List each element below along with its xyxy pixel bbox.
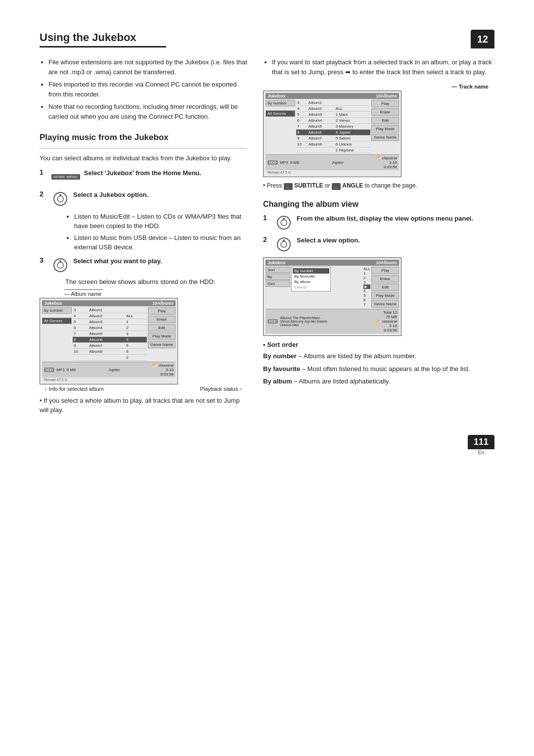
step3-note: • If you select a whole album to play, a… — [40, 396, 247, 415]
svg-point-2 — [59, 194, 61, 196]
screen1-footer-status: 📂 classical 3-10 0:03:58 — [153, 363, 174, 377]
screen1-all-genres[interactable]: All Genres — [42, 318, 72, 324]
changing-step-2-icon — [275, 236, 293, 253]
table-row: 5Album31 — [73, 319, 147, 325]
screen1-genrename-btn[interactable]: Genre Name — [148, 341, 176, 348]
screen2-edit-btn[interactable]: Edit — [371, 117, 399, 124]
screen3-total: Total 12 — [376, 310, 397, 315]
album-name-annotation: — Album name — [40, 289, 247, 297]
screen3-playmode-btn[interactable]: Play Mode — [371, 292, 399, 299]
table-row-selected[interactable]: 8Album64 Jupiter — [296, 130, 370, 136]
screen3-hdd-icon: HDD — [267, 319, 278, 324]
page-number: 111 — [468, 435, 494, 449]
knob-icon — [51, 190, 69, 208]
screen2-playmode-btn[interactable]: Play Mode — [371, 125, 399, 133]
screen3-footer-info: Album1 The Planets/Mars-Venus-Mercury-Ju… — [280, 316, 329, 327]
step2-bullet-1: Listen to Music/Edit – Listen to CDs or … — [74, 212, 247, 231]
sort-by-number: By number – Albums are listed by the alb… — [263, 351, 494, 361]
table-row: 4Album2ALL — [296, 106, 370, 112]
page-lang: En — [478, 449, 484, 455]
table-row: 2 — [73, 354, 147, 360]
screen3-footer-status: Total 12 75 MB 📂 classical 3-10 0:03:58 — [376, 310, 397, 332]
sort-option-cancel[interactable]: Cancel — [293, 284, 329, 290]
screen1-left: By number All Genres — [42, 307, 72, 361]
screen3-edit-btn[interactable]: Edit — [371, 284, 399, 291]
changing-step-1: 1 From the album list, display the view … — [263, 214, 494, 232]
screen2-genre: 📂 classical — [376, 156, 397, 160]
changing-step-1-icon — [275, 214, 293, 232]
right-column: If you want to start playback from a sel… — [263, 57, 494, 420]
table-row: 9Album75 — [73, 342, 147, 348]
two-column-layout: File whose extensions are not supported … — [40, 57, 494, 420]
screen1-remain: Remain 47.5 G — [42, 378, 176, 382]
screen3-erase-btn[interactable]: Erase — [371, 275, 399, 283]
screen2-genrename-btn[interactable]: Genre Name — [371, 134, 399, 141]
screen1-play-btn[interactable]: Play — [148, 307, 176, 315]
step-3-text: Select what you want to play. — [73, 256, 162, 266]
step-2: 2 Select a Jukebox option. — [40, 190, 247, 208]
step-3-knob-icon — [51, 256, 69, 274]
screen1-by-number[interactable]: By number — [42, 307, 72, 314]
screen2-erase-btn[interactable]: Erase — [371, 108, 399, 116]
angle-btn-icon: 📺 — [332, 183, 341, 190]
screen3-track: 3-10 — [376, 324, 397, 328]
page-header: Using the Jukebox 12 — [40, 30, 494, 48]
screen1-time: 0:03:58 — [153, 372, 174, 377]
svg-point-8 — [283, 218, 285, 220]
screen2-footer-mp3: MP3 — [280, 160, 288, 165]
screen3-header: Jukebox 10Albums — [266, 260, 399, 266]
screen2-left: By number All Genres — [266, 100, 295, 153]
right-bullets: If you want to start playback from a sel… — [263, 57, 494, 77]
sort-options-panel: By number By favourite By album Cancel — [291, 267, 331, 291]
screen1-footer: HDD MP3 8 MB Jupiter 📂 classical 3-10 0:… — [42, 362, 176, 378]
screen2-play-btn[interactable]: Play — [371, 100, 399, 107]
screen2-footer-left: HDD MP3 8 MB — [267, 160, 299, 165]
bullet-3: Note that no recording functions, includ… — [48, 102, 247, 121]
screen1-track-info: 3-10 — [153, 368, 174, 372]
screen3-wrapper: Jukebox 10Albums Sort By Gen By number — [263, 257, 494, 336]
album-annotation-label: — Album name — [64, 289, 103, 297]
screen3-play-btn[interactable]: Play — [371, 267, 399, 274]
changing-step-1-text: From the album list, display the view op… — [297, 214, 473, 224]
table-row: 10Album86 Uranus — [296, 142, 370, 147]
svg-point-7 — [281, 220, 287, 226]
screen3-right-buttons: Play Erase Edit Play Mode Genre Name — [371, 267, 399, 308]
screen3-nums: ALL 1 2 3 ■ 4 5 6 7 — [363, 267, 370, 307]
step-2-bullets-container: Listen to Music/Edit – Listen to CDs or … — [65, 212, 247, 252]
playback-status-annotation: Playback status ↑ — [200, 386, 242, 392]
screen3-genrename-btn[interactable]: Genre Name — [371, 300, 399, 308]
table-row-selected[interactable]: 8Album64 — [73, 336, 147, 342]
screen1-hdd-icon: HDD — [44, 368, 54, 372]
sort-option-by-favourite[interactable]: By favourite — [293, 274, 329, 279]
table-row: 9Album75 Saturn — [296, 136, 370, 142]
screen1-header-right: 10Albums — [152, 301, 174, 306]
sort-option-by-number[interactable]: By number — [293, 268, 329, 274]
playback-arrow-icon: ↑ — [240, 386, 243, 392]
track-name-annotation: — Track name — [263, 84, 494, 90]
screen2-header-left: Jukebox — [267, 94, 286, 98]
info-arrow-icon: ↑ — [44, 386, 47, 392]
page-footer: 111 En — [40, 435, 494, 455]
screen1-wrapper: — Album name Jukebox 10Albums By number … — [40, 289, 247, 392]
screen1-header: Jukebox 10Albums — [42, 300, 176, 306]
screen2-all-genres[interactable]: All Genres — [266, 110, 295, 117]
sort-by-album: By album – Albums are listed alphabetica… — [263, 377, 494, 386]
screen3-left: Sort By Gen — [266, 267, 290, 308]
screen1-playmode-btn[interactable]: Play Mode — [148, 332, 176, 340]
changing-step-2-text: Select a view option. — [297, 236, 360, 245]
screen2-footer-middle: Jupiter — [332, 160, 344, 165]
changing-album-view-heading: Changing the album view — [263, 200, 494, 209]
svg-point-10 — [281, 241, 287, 247]
screen2-right-buttons: Play Erase Edit Play Mode Genre Name — [371, 100, 399, 153]
screen2-by-number[interactable]: By number — [266, 100, 295, 106]
page-number-block: 111 En — [468, 435, 494, 455]
screen1-erase-btn[interactable]: Erase — [148, 316, 176, 323]
changing-step-2: 2 Select a view option. — [263, 236, 494, 253]
section-divider — [40, 148, 247, 148]
section-intro-text: You can select albums or individual trac… — [40, 153, 247, 163]
screen3-sort-label: Sort — [266, 267, 290, 273]
screen1-edit-btn[interactable]: Edit — [148, 324, 176, 331]
screen3-genre: 📂 classical — [376, 319, 397, 324]
info-for-selected-album: ↑ Info for selected album — [44, 386, 104, 392]
sort-option-by-album[interactable]: By album — [293, 279, 329, 284]
